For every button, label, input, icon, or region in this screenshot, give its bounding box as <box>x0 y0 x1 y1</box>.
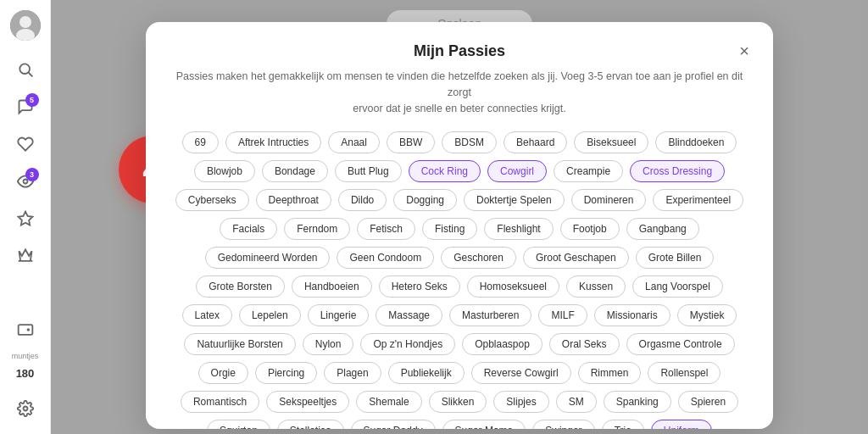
tag-dogging[interactable]: Dogging <box>393 189 457 211</box>
tag-slipjes[interactable]: Slipjes <box>493 391 548 413</box>
tag-uniform[interactable]: Uniform <box>651 420 712 429</box>
tag-fetisch[interactable]: Fetisch <box>357 218 415 240</box>
tag-romantisch[interactable]: Romantisch <box>181 391 259 413</box>
heart-icon[interactable] <box>10 129 41 159</box>
muntjes-section: muntjes 180 <box>10 314 41 424</box>
tag-lang-voorspel[interactable]: Lang Voorspel <box>632 275 723 298</box>
tag-natuurlijke-borsten[interactable]: Natuurlijke Borsten <box>184 333 295 355</box>
svg-marker-6 <box>18 212 32 225</box>
tag-homoseksueel[interactable]: Homoseksueel <box>467 275 559 298</box>
tag-massage[interactable]: Massage <box>376 304 442 326</box>
wallet-icon[interactable] <box>10 314 41 345</box>
tag-shemale[interactable]: Shemale <box>356 391 421 413</box>
tag-rollenspel[interactable]: Rollenspel <box>648 362 721 384</box>
tag-rimmen[interactable]: Rimmen <box>578 362 642 384</box>
tag-trio[interactable]: Trio <box>602 420 644 429</box>
modal-description: Passies maken het gemakkelijk om mensen … <box>170 69 749 116</box>
eye-icon[interactable]: 3 <box>10 166 41 197</box>
tag-latex[interactable]: Latex <box>182 304 232 326</box>
muntjes-label: muntjes <box>12 352 39 360</box>
tag-sugar-daddy[interactable]: Sugar Daddy <box>351 420 436 429</box>
tag-experimenteel[interactable]: Experimenteel <box>653 189 743 211</box>
tag-butt-plug[interactable]: Butt Plug <box>335 160 402 182</box>
tag-blowjob[interactable]: Blowjob <box>194 160 255 182</box>
modal-header: Mijn Passies × <box>170 42 749 60</box>
star-icon[interactable] <box>10 203 41 234</box>
tag-mystiek[interactable]: Mystiek <box>677 304 737 326</box>
modal-close-button[interactable]: × <box>739 42 749 59</box>
tag-behaard[interactable]: Behaard <box>504 131 567 153</box>
tag-bbw[interactable]: BBW <box>387 131 435 153</box>
tag-oral-seks[interactable]: Oral Seks <box>549 333 620 355</box>
svg-point-3 <box>19 64 30 74</box>
svg-line-4 <box>28 73 32 77</box>
tag-geen-condoom[interactable]: Geen Condoom <box>337 247 434 269</box>
tag-sugar-mama[interactable]: Sugar Mama <box>442 420 526 429</box>
tag-biseksueel[interactable]: Biseksueel <box>574 131 648 153</box>
svg-point-8 <box>23 407 27 411</box>
svg-point-1 <box>19 16 31 28</box>
tag-fisting[interactable]: Fisting <box>422 218 477 240</box>
tag-cowgirl[interactable]: Cowgirl <box>487 160 547 182</box>
tag-opblaaspop[interactable]: Opblaaspop <box>462 333 542 355</box>
tag-deepthroat[interactable]: Deepthroat <box>256 189 331 211</box>
tag-piercing[interactable]: Piercing <box>255 362 317 384</box>
eye-badge: 3 <box>25 168 39 181</box>
tag-geschoren[interactable]: Geschoren <box>441 247 516 269</box>
messages-icon[interactable]: 5 <box>10 92 41 122</box>
tag-gedomineerd-worden[interactable]: Gedomineerd Worden <box>205 247 331 269</box>
tag-spanking[interactable]: Spanking <box>604 391 671 413</box>
tag-swinger[interactable]: Swinger <box>532 420 594 429</box>
tag-orgasme-controle[interactable]: Orgasme Controle <box>626 333 735 355</box>
tag-aftrek-intructies[interactable]: Aftrek Intructies <box>225 131 321 153</box>
tag-cross-dressing[interactable]: Cross Dressing <box>630 160 725 182</box>
tag-bondage[interactable]: Bondage <box>262 160 328 182</box>
tag-ferndom[interactable]: Ferndom <box>284 218 350 240</box>
tag-grote-billen[interactable]: Grote Billen <box>636 247 715 269</box>
tag-bdsm[interactable]: BDSM <box>442 131 497 153</box>
tag-fleshlight[interactable]: Fleshlight <box>484 218 553 240</box>
tag-69[interactable]: 69 <box>182 131 219 153</box>
modal-overlay: Mijn Passies × Passies maken het gemakke… <box>51 0 868 434</box>
settings-icon[interactable] <box>10 393 41 424</box>
tag-reverse-cowgirl[interactable]: Reverse Cowgirl <box>471 362 571 384</box>
tag-domineren[interactable]: Domineren <box>571 189 647 211</box>
tag-cock-ring[interactable]: Cock Ring <box>409 160 481 182</box>
tags-container: 69Aftrek IntructiesAnaalBBWBDSMBehaardBi… <box>170 131 749 429</box>
tag-dildo[interactable]: Dildo <box>338 189 387 211</box>
tag-spieren[interactable]: Spieren <box>678 391 738 413</box>
tag-milf[interactable]: MILF <box>538 304 587 326</box>
tag-anaal[interactable]: Anaal <box>328 131 380 153</box>
tag-creampie[interactable]: Creampie <box>554 160 623 182</box>
tag-kussen[interactable]: Kussen <box>566 275 626 298</box>
tag-facials[interactable]: Facials <box>220 218 277 240</box>
tag-doktertje-spelen[interactable]: Doktertje Spelen <box>464 189 565 211</box>
tag-cyberseks[interactable]: Cyberseks <box>175 189 249 211</box>
tag-sekspeeltjes[interactable]: Sekspeeltjes <box>266 391 349 413</box>
tag-grote-borsten[interactable]: Grote Borsten <box>196 275 285 298</box>
tag-gangbang[interactable]: Gangbang <box>626 218 699 240</box>
tag-groot-geschapen[interactable]: Groot Geschapen <box>523 247 629 269</box>
tag-footjob[interactable]: Footjob <box>560 218 620 240</box>
tag-lepelen[interactable]: Lepelen <box>239 304 301 326</box>
passies-modal: Mijn Passies × Passies maken het gemakke… <box>146 22 773 429</box>
tag-plagen[interactable]: Plagen <box>324 362 381 384</box>
tag-missionaris[interactable]: Missionaris <box>594 304 670 326</box>
tag-masturberen[interactable]: Masturberen <box>449 304 531 326</box>
tag-stelletjes[interactable]: Stelletjes <box>277 420 344 429</box>
crown-icon[interactable] <box>10 241 41 271</box>
avatar[interactable] <box>10 10 41 41</box>
tag-sm[interactable]: SM <box>556 391 597 413</box>
tag-hetero-seks[interactable]: Hetero Seks <box>379 275 460 298</box>
modal-title: Mijn Passies <box>414 42 505 60</box>
tag-blinddoeken[interactable]: Blinddoeken <box>655 131 737 153</box>
tag-slikken[interactable]: Slikken <box>429 391 487 413</box>
tag-squirten[interactable]: Squirten <box>207 420 270 429</box>
tag-orgie[interactable]: Orgie <box>198 362 248 384</box>
search-icon[interactable] <box>10 54 41 85</box>
tag-handboeien[interactable]: Handboeien <box>292 275 372 298</box>
tag-op-z'n-hondjes[interactable]: Op z'n Hondjes <box>360 333 455 355</box>
tag-lingerie[interactable]: Lingerie <box>308 304 370 326</box>
tag-publiekelijk[interactable]: Publiekelijk <box>388 362 465 384</box>
tag-nylon[interactable]: Nylon <box>303 333 354 355</box>
